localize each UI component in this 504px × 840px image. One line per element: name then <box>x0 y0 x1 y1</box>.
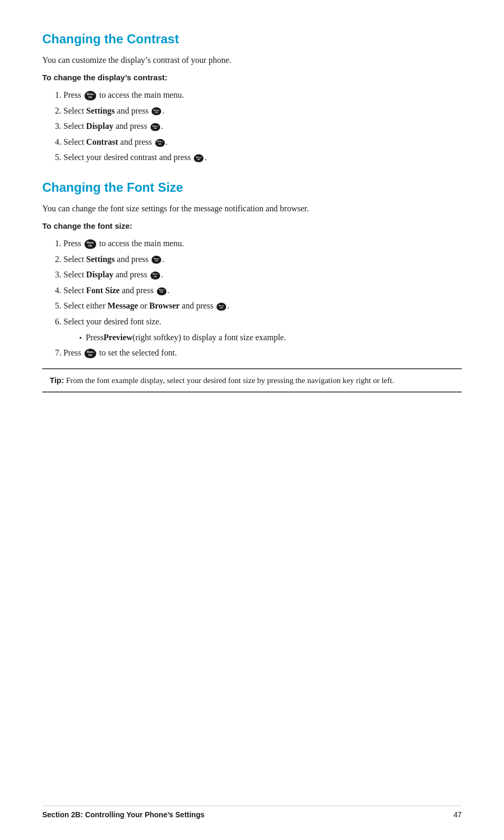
step-item: Select Display and press . <box>63 268 462 282</box>
section-contrast-steps: Press to access the main menu. Select Se… <box>63 88 462 164</box>
sub-list: Press Preview (right softkey) to display… <box>79 331 462 344</box>
step-item: Select Display and press . <box>63 119 462 133</box>
section-font-size-steps: Press to access the main menu. Select Se… <box>63 237 462 360</box>
menu-ok-icon <box>217 303 226 311</box>
menu-ok-icon <box>85 239 96 249</box>
step-item: Select your desired font size. Press Pre… <box>63 315 462 344</box>
step-bold-word: Settings <box>86 106 115 115</box>
step-item: Select Settings and press . <box>63 253 462 266</box>
section-font-size: Changing the Font Size You can change th… <box>42 180 462 393</box>
step-item: Press to access the main menu. <box>63 88 462 102</box>
section-contrast-subheading: To change the display’s contrast: <box>42 73 462 82</box>
step-bold-word: Display <box>86 122 114 130</box>
step-item: Select your desired contrast and press . <box>63 151 462 164</box>
section-font-size-intro: You can change the font size settings fo… <box>42 202 462 215</box>
menu-ok-icon <box>85 349 96 358</box>
section-contrast-title: Changing the Contrast <box>42 32 462 46</box>
section-font-size-subheading: To change the font size: <box>42 221 462 230</box>
step-bold-word: Contrast <box>86 137 118 146</box>
section-contrast-intro: You can customize the display’s contrast… <box>42 54 462 67</box>
menu-ok-icon <box>151 272 160 279</box>
step-bold-word: Browser <box>150 301 180 310</box>
section-contrast: Changing the Contrast You can customize … <box>42 32 462 164</box>
step-bold-word: Preview <box>104 331 133 344</box>
step-item: Select Settings and press . <box>63 104 462 118</box>
tip-box: Tip: From the font example display, sele… <box>42 368 462 393</box>
step-item: Press to set the selected font. <box>63 346 462 360</box>
menu-ok-icon <box>85 91 96 100</box>
step-bold-word: Font Size <box>86 286 120 295</box>
menu-ok-icon <box>157 287 166 295</box>
step-bold-word: Settings <box>86 255 115 264</box>
page-footer: Section 2B: Controlling Your Phone’s Set… <box>42 806 462 819</box>
menu-ok-icon <box>194 154 203 162</box>
menu-ok-icon <box>151 123 160 131</box>
tip-text: From the font example display, select yo… <box>64 376 394 385</box>
footer-page-number: 47 <box>453 810 462 819</box>
menu-ok-icon <box>152 256 161 264</box>
section-font-size-title: Changing the Font Size <box>42 180 462 195</box>
step-item: Press to access the main menu. <box>63 237 462 250</box>
step-item: Select Font Size and press . <box>63 284 462 297</box>
menu-ok-icon <box>152 107 161 115</box>
sub-list-item: Press Preview (right softkey) to display… <box>79 331 462 344</box>
step-bold-word: Message <box>108 301 138 310</box>
footer-section-label: Section 2B: Controlling Your Phone’s Set… <box>42 810 204 819</box>
tip-label: Tip: <box>50 376 64 385</box>
step-bold-word: Display <box>86 270 114 279</box>
step-item: Select Contrast and press . <box>63 135 462 149</box>
menu-ok-icon <box>155 139 165 147</box>
step-item: Select either Message or Browser and pre… <box>63 299 462 313</box>
